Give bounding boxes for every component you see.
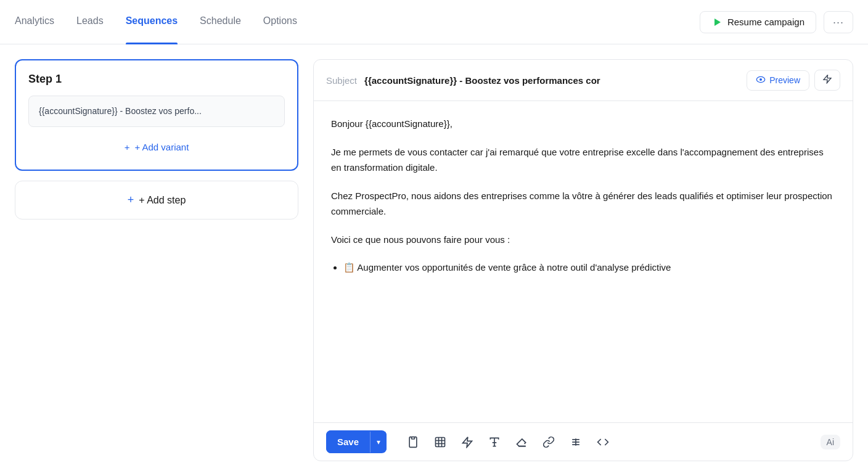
more-toolbar-button[interactable] [565,432,587,452]
nav-tabs: Analytics Leads Sequences Schedule Optio… [15,0,700,44]
tab-analytics[interactable]: Analytics [15,0,54,44]
table-icon-button[interactable] [429,432,451,452]
svg-point-2 [760,78,762,81]
add-step-button[interactable]: + + Add step [15,181,298,220]
add-variant-label: + Add variant [134,142,189,152]
email-body[interactable]: Bonjour {{accountSignature}}, Je me perm… [314,101,853,422]
email-paragraph-1: Je me permets de vous contacter car j'ai… [331,144,835,176]
subject-value[interactable]: {{accountSignature}} - Boostez vos perfo… [364,75,739,86]
eraser-icon-button[interactable] [510,432,533,452]
email-list: 📋 Augmenter vos opportunités de vente gr… [331,260,835,276]
plus-icon-step: + [128,194,134,207]
right-panel: Subject {{accountSignature}} - Boostez v… [313,59,853,461]
ai-badge-area: Ai [821,435,840,449]
play-icon [711,17,723,28]
email-paragraph-2: Chez ProspectPro, nous aidons des entrep… [331,188,835,220]
plus-icon: + [125,142,130,152]
subject-label: Subject [326,75,357,86]
editor-toolbar: Save ▾ [314,422,853,461]
variant-preview[interactable]: {{accountSignature}} - Boostez vos perfo… [28,96,285,127]
clipboard-icon-button[interactable] [402,432,424,452]
svg-rect-3 [412,437,415,438]
resume-campaign-button[interactable]: Resume campaign [700,11,816,33]
left-panel: Step 1 {{accountSignature}} - Boostez vo… [15,59,298,461]
preview-label: Preview [769,75,800,85]
save-dropdown-button[interactable]: ▾ [370,432,387,453]
chevron-down-icon: ▾ [377,438,380,446]
subject-actions: Preview [747,70,840,91]
tab-options[interactable]: Options [263,0,297,44]
svg-rect-4 [436,437,445,446]
email-list-item-1: 📋 Augmenter vos opportunités de vente gr… [343,260,835,276]
main-content: Step 1 {{accountSignature}} - Boostez vo… [0,44,868,476]
add-step-label: + Add step [139,195,186,206]
save-button[interactable]: Save [326,430,370,453]
top-navigation: Analytics Leads Sequences Schedule Optio… [0,0,868,44]
code-icon-button[interactable] [592,432,614,452]
tab-sequences[interactable]: Sequences [126,0,178,44]
lightning-toolbar-button[interactable] [456,432,478,452]
email-greeting: Bonjour {{accountSignature}}, [331,116,835,132]
more-options-button[interactable]: ··· [824,11,853,33]
save-button-group: Save ▾ [326,430,387,453]
resume-label: Resume campaign [727,17,805,27]
preview-button[interactable]: Preview [747,70,809,91]
step-1-card: Step 1 {{accountSignature}} - Boostez vo… [15,59,298,171]
ai-badge[interactable]: Ai [821,435,840,449]
link-icon-button[interactable] [538,432,560,452]
add-variant-button[interactable]: + + Add variant [28,137,285,157]
toolbar-separator-1 [394,433,395,451]
email-list-intro: Voici ce que nous pouvons faire pour vou… [331,232,835,248]
tab-leads[interactable]: Leads [76,0,104,44]
eye-icon [756,75,766,86]
svg-marker-0 [714,18,721,26]
tab-schedule[interactable]: Schedule [200,0,241,44]
subject-bar: Subject {{accountSignature}} - Boostez v… [314,60,853,101]
nav-actions: Resume campaign ··· [700,11,853,33]
step-title: Step 1 [28,73,285,86]
lightning-button[interactable] [814,70,840,91]
font-icon-button[interactable] [483,432,506,452]
